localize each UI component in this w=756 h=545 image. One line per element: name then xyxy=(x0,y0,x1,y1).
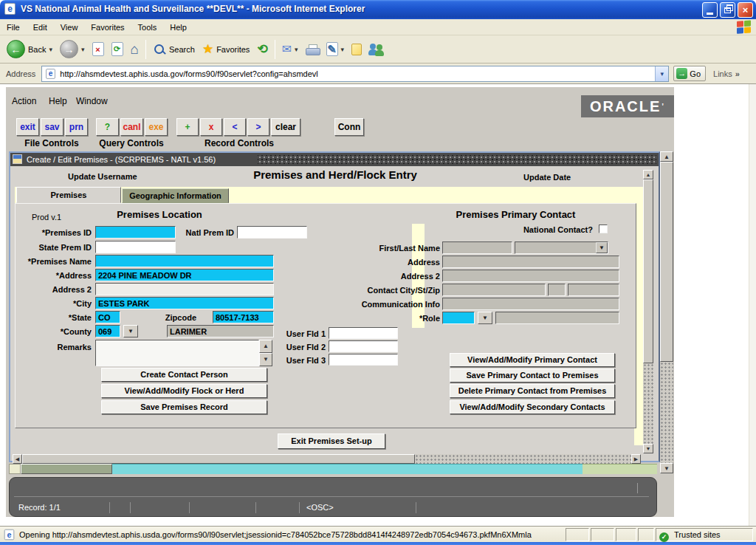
mail-button[interactable]: ✉ ▾ xyxy=(278,42,302,56)
stop-button[interactable]: × xyxy=(89,42,108,56)
edit-button[interactable]: ✎ ▾ xyxy=(323,42,348,56)
applet-horizontal-scrollbar[interactable] xyxy=(9,464,657,474)
first-name-field[interactable] xyxy=(442,241,512,254)
menu-help[interactable]: Help xyxy=(163,21,193,34)
tab-geographic-information[interactable]: Geographic Information xyxy=(122,188,229,203)
close-button[interactable]: × xyxy=(738,2,753,18)
save-premises-record-button[interactable]: Save Premises Record xyxy=(101,400,267,414)
scrollbar-track[interactable] xyxy=(660,362,673,463)
scrollbar-thumb[interactable] xyxy=(21,464,112,474)
ie-vertical-scrollbar[interactable] xyxy=(749,84,756,526)
zipcode-field[interactable]: 80517-7133 xyxy=(213,311,274,323)
state-prem-id-field[interactable] xyxy=(95,241,176,253)
menu-view[interactable]: View xyxy=(54,21,85,34)
applet-menu-help[interactable]: Help xyxy=(49,96,67,106)
address-dropdown-button[interactable]: ▾ xyxy=(655,66,668,81)
refresh-button[interactable]: ⟳ xyxy=(108,42,127,56)
applet-vertical-scrollbar[interactable]: ▲ ▼ xyxy=(660,151,673,473)
previous-record-button[interactable]: < xyxy=(224,118,246,136)
forward-button[interactable]: → ▾ xyxy=(56,40,89,58)
last-name-dropdown-button[interactable]: ▼ xyxy=(596,242,608,253)
insert-record-button[interactable]: + xyxy=(176,118,199,136)
user-fld2-field[interactable] xyxy=(329,340,398,352)
menu-file[interactable]: File xyxy=(0,21,27,34)
scrollbar-thumb[interactable] xyxy=(643,179,653,363)
scroll-up-button[interactable]: ▲ xyxy=(660,151,673,162)
create-contact-person-button[interactable]: Create Contact Person xyxy=(101,368,267,382)
scrollbar-track-cyan[interactable] xyxy=(112,464,583,474)
role-field[interactable] xyxy=(442,312,475,324)
back-button[interactable]: ← Back ▾ xyxy=(3,40,56,58)
exit-premises-setup-button[interactable]: Exit Premises Set-up xyxy=(278,433,385,449)
enter-query-button[interactable]: ? xyxy=(96,118,119,136)
cancel-query-button[interactable]: canl xyxy=(120,118,143,136)
premises-name-field[interactable] xyxy=(95,255,274,267)
next-record-button[interactable]: > xyxy=(247,118,269,136)
notes-button[interactable] xyxy=(348,44,365,55)
restore-button[interactable] xyxy=(720,2,735,18)
contact-address2-field[interactable] xyxy=(442,270,619,282)
search-button[interactable]: Search xyxy=(149,43,199,56)
state-field[interactable]: CO xyxy=(95,311,120,323)
messenger-button[interactable] xyxy=(365,43,388,56)
city-field[interactable]: ESTES PARK xyxy=(95,297,274,309)
minimize-button[interactable] xyxy=(702,2,718,18)
clear-button[interactable]: clear xyxy=(271,118,300,136)
delete-record-button[interactable]: x xyxy=(200,118,222,136)
canvas-horizontal-scrollbar[interactable]: ◀ ▶ xyxy=(13,454,641,464)
user-fld3-field[interactable] xyxy=(329,354,398,366)
edit-caret-icon[interactable]: ▾ xyxy=(341,46,345,53)
favorites-button[interactable]: ★ Favorites xyxy=(199,41,254,57)
mail-caret-icon[interactable]: ▾ xyxy=(295,46,298,53)
scrollbar-track[interactable] xyxy=(643,363,653,444)
premises-id-field[interactable] xyxy=(95,226,176,239)
scrollbar-thumb[interactable] xyxy=(660,162,673,362)
print-button[interactable] xyxy=(302,44,323,55)
links-chevron-icon[interactable]: » xyxy=(735,69,740,78)
tab-premises[interactable]: Premises xyxy=(16,187,121,203)
execute-query-button[interactable]: exe xyxy=(145,118,168,136)
menu-favorites[interactable]: Favorites xyxy=(84,21,131,34)
back-caret-icon[interactable]: ▾ xyxy=(49,46,52,53)
natl-prem-id-field[interactable] xyxy=(237,226,307,239)
scroll-down-button[interactable]: ▼ xyxy=(643,444,653,453)
view-add-modify-primary-contact-button[interactable]: View/Add/Modify Primary Contact xyxy=(450,353,615,367)
links-bar[interactable]: Links » xyxy=(713,69,740,78)
applet-menu-window[interactable]: Window xyxy=(76,96,108,106)
menu-edit[interactable]: Edit xyxy=(27,21,54,34)
county-dropdown-button[interactable]: ▼ xyxy=(123,325,138,337)
scroll-right-button[interactable]: ▶ xyxy=(631,454,641,464)
print-record-button[interactable]: prn xyxy=(65,118,88,136)
address2-field[interactable] xyxy=(95,283,274,295)
scrollbar-track-green[interactable] xyxy=(583,464,657,474)
scroll-down-button[interactable]: ▼ xyxy=(660,463,673,473)
scrollbar-track[interactable] xyxy=(415,454,631,464)
contact-address-field[interactable] xyxy=(442,256,619,268)
contact-city-field[interactable] xyxy=(442,284,546,296)
contact-zip-field[interactable] xyxy=(568,284,619,296)
user-fld1-field[interactable] xyxy=(329,327,398,339)
scroll-left-button[interactable]: ◀ xyxy=(13,454,22,464)
role-dropdown-button[interactable]: ▼ xyxy=(478,312,492,324)
scrollbar-left-cap[interactable] xyxy=(9,464,21,474)
view-add-modify-flock-button[interactable]: View/Add/Modify Flock or Herd xyxy=(101,384,267,398)
address-input[interactable]: e http://ahsmdevtest.aphis.usda.gov/form… xyxy=(41,66,669,82)
exit-button[interactable]: exit xyxy=(16,118,39,136)
communication-info-field[interactable] xyxy=(442,298,619,310)
applet-menu-action[interactable]: Action xyxy=(12,96,36,106)
scroll-up-button[interactable]: ▲ xyxy=(643,170,653,179)
go-button[interactable]: → Go xyxy=(673,66,706,81)
conn-button[interactable]: Conn xyxy=(334,118,364,136)
save-primary-contact-button[interactable]: Save Primary Contact to Premises xyxy=(450,369,615,383)
save-button[interactable]: sav xyxy=(41,118,63,136)
delete-primary-contact-button[interactable]: Delete Primary Contact from Premises xyxy=(450,384,615,398)
national-contact-checkbox[interactable] xyxy=(599,224,608,233)
address-url[interactable]: http://ahsmdevtest.aphis.usda.gov/forms9… xyxy=(60,69,317,78)
form-window-titlebar[interactable]: Create / Edit Premises - (SCRPREMS - NAT… xyxy=(10,153,659,166)
remarks-scroll-down-button[interactable]: ▼ xyxy=(259,353,272,366)
last-name-field[interactable] xyxy=(515,241,608,254)
history-button[interactable]: ⟲ xyxy=(253,41,271,57)
canvas-vertical-scrollbar[interactable]: ▲ ▼ xyxy=(643,170,653,453)
remarks-field[interactable] xyxy=(95,340,259,366)
address-field[interactable]: 2204 PINE MEADOW DR xyxy=(95,269,274,281)
